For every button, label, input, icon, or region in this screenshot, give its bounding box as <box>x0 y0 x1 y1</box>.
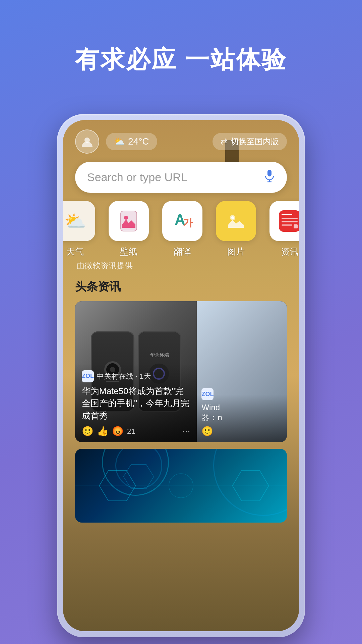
switch-icon: ⇄ <box>221 137 227 146</box>
svg-rect-16 <box>282 224 292 226</box>
source-icon-2: ZOL <box>201 388 214 400</box>
app-item-news[interactable]: 资讯 <box>263 201 299 258</box>
temperature-label: 24°C <box>128 136 149 147</box>
wallpaper-app-icon <box>109 201 149 241</box>
news-card-1-overlay: ZOL 中关村在线 · 1天 华为Mate50将成为首款"完全国产的手机"，今年… <box>75 364 197 442</box>
app-item-wallpaper[interactable]: 壁纸 <box>102 201 156 258</box>
hero-title: 有求必应 一站体验 <box>0 0 362 96</box>
reaction-icon-card2[interactable]: 🙂 <box>201 426 213 436</box>
svg-rect-17 <box>294 224 298 228</box>
news-section-title: 头条资讯 <box>63 276 299 301</box>
reaction-icon-1[interactable]: 🙂 <box>82 426 94 437</box>
translate-app-icon: A 가 <box>162 201 202 241</box>
app-item-translate[interactable]: A 가 翻译 <box>156 201 209 258</box>
svg-rect-14 <box>282 218 298 219</box>
news-title-1: 华为Mate50将成为首款"完全国产的手机"，今年九月完成首秀 <box>82 385 190 422</box>
svg-rect-9 <box>225 210 247 232</box>
news-cards-grid: 华为终端 Harmony OS <box>63 301 299 442</box>
phone-frame: ⛅ 24°C ⇄ 切换至国内版 Search or type URL <box>57 114 305 637</box>
news-card-1[interactable]: 华为终端 Harmony OS <box>75 301 197 442</box>
app-item-photos[interactable]: 图片 <box>209 201 263 258</box>
news-app-label: 资讯 <box>281 246 298 258</box>
photos-app-icon <box>216 201 256 241</box>
news-card-2-overlay: ZOL Wind器：n 🙂 <box>197 383 287 442</box>
weather-app-icon: ⛅ <box>63 201 95 241</box>
ms-badge: 由微软资讯提供 <box>63 258 299 276</box>
quick-apps-section: ⛅ 天气 壁纸 <box>63 201 299 258</box>
svg-point-6 <box>124 216 128 220</box>
news-app-icon <box>269 201 299 241</box>
source-name-1: 中关村在线 · 1天 <box>97 371 151 381</box>
svg-rect-13 <box>282 214 292 215</box>
app-item-weather[interactable]: ⛅ 天气 <box>63 201 102 258</box>
more-options-1[interactable]: ··· <box>182 426 190 437</box>
news-actions-1: 🙂 👍 😡 21 ··· <box>82 426 190 437</box>
avatar-button[interactable] <box>75 129 99 154</box>
svg-marker-19 <box>123 465 154 489</box>
search-placeholder-text: Search or type URL <box>87 171 264 184</box>
weather-app-label: 天气 <box>66 246 84 258</box>
svg-text:가: 가 <box>183 217 193 228</box>
weather-badge: ⛅ 24°C <box>106 133 157 150</box>
reaction-icon-2[interactable]: 👍 <box>97 426 109 437</box>
news-title-2: Wind器：n <box>201 403 282 423</box>
svg-rect-4 <box>121 211 137 231</box>
translate-app-label: 翻译 <box>174 246 191 258</box>
switch-label: 切换至国内版 <box>231 136 279 147</box>
status-bar: ⛅ 24°C ⇄ 切换至国内版 <box>63 120 299 159</box>
source-icon-1: ZOL <box>82 370 94 382</box>
circuit-decoration <box>75 449 287 523</box>
news-source-1: ZOL 中关村在线 · 1天 <box>82 370 190 382</box>
svg-rect-1 <box>267 170 272 176</box>
svg-point-11 <box>231 216 234 219</box>
switch-region-button[interactable]: ⇄ 切换至国内版 <box>213 133 287 150</box>
like-count-1: 21 <box>127 427 135 436</box>
news-card-2[interactable]: ZOL Wind器：n 🙂 <box>197 301 287 442</box>
wallpaper-app-label: 壁纸 <box>120 246 137 258</box>
mic-icon[interactable] <box>264 169 275 185</box>
weather-icon: ⛅ <box>114 137 125 147</box>
phone-wrapper: ⛅ 24°C ⇄ 切换至国内版 Search or type URL <box>57 114 305 637</box>
reaction-icon-3[interactable]: 😡 <box>112 426 124 437</box>
search-bar[interactable]: Search or type URL <box>75 162 287 193</box>
bottom-news-card[interactable] <box>75 449 287 523</box>
photos-app-label: 图片 <box>227 246 245 258</box>
phone-screen: ⛅ 24°C ⇄ 切换至国内版 Search or type URL <box>63 120 299 631</box>
svg-rect-15 <box>282 221 298 222</box>
